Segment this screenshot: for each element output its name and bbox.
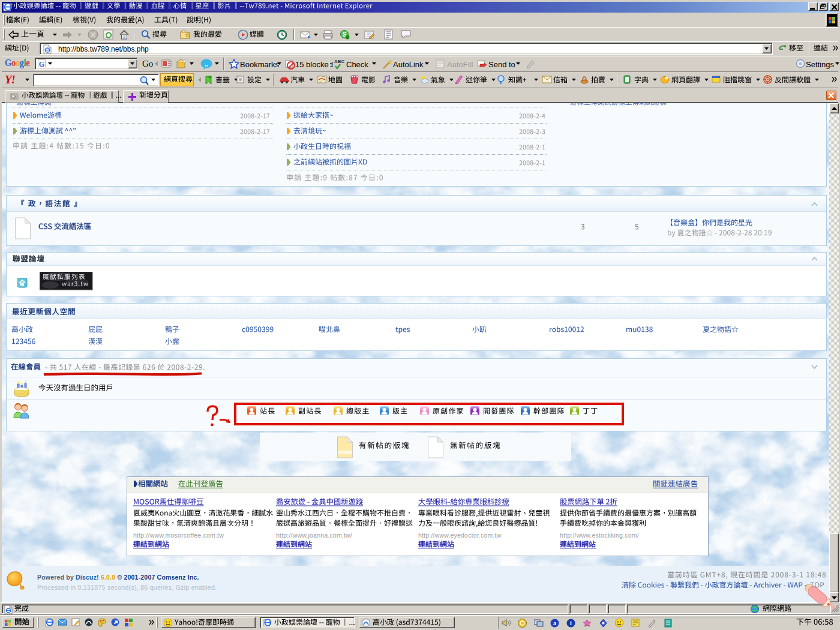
svg-text:i: i bbox=[570, 620, 572, 626]
svg-text:ABC: ABC bbox=[334, 59, 344, 64]
svg-text:a: a bbox=[553, 620, 556, 626]
svg-text:,,: ,, bbox=[205, 60, 208, 67]
